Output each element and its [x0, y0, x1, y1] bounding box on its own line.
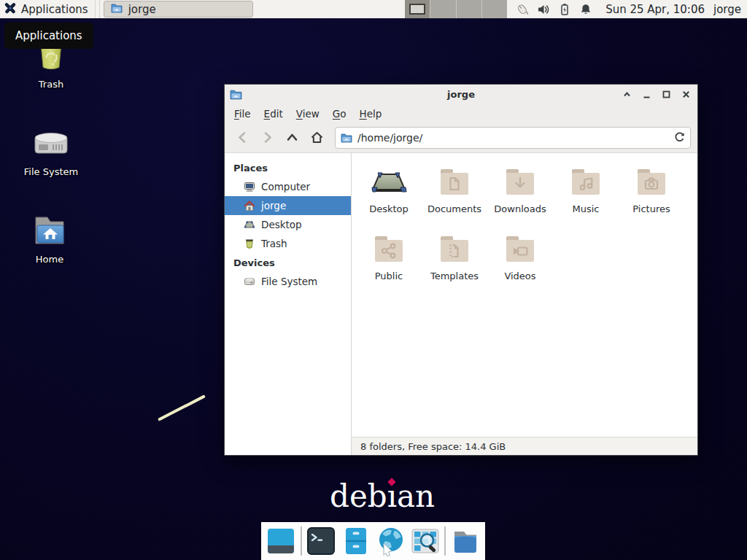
sidebar-header-places: Places	[225, 158, 351, 177]
reload-button[interactable]	[674, 132, 685, 143]
workspace-3[interactable]	[457, 0, 482, 18]
menu-go[interactable]: Go	[326, 106, 353, 121]
file-item-public[interactable]: Public	[356, 228, 422, 295]
file-item-label: Public	[375, 271, 403, 281]
file-item-label: Downloads	[494, 203, 546, 214]
desktop-icon-file-system[interactable]: File System	[16, 122, 86, 177]
menu-label: V	[296, 108, 303, 120]
file-item-label: Templates	[430, 271, 479, 281]
menu-label: o	[340, 108, 346, 120]
taskbar-window-button[interactable]: jorge	[104, 1, 253, 18]
sidebar-item-desktop[interactable]: Desktop	[225, 215, 351, 234]
file-item-videos[interactable]: Videos	[487, 228, 553, 295]
panel-separator	[96, 0, 100, 18]
menubar: File Edit View Go Help	[225, 104, 697, 122]
menu-label: dit	[270, 108, 283, 120]
close-button[interactable]	[679, 88, 692, 101]
menu-view[interactable]: View	[290, 106, 326, 121]
dock-web-browser-button[interactable]	[375, 526, 406, 556]
file-item-pictures[interactable]: Pictures	[619, 160, 684, 228]
pictures-folder-icon	[632, 163, 670, 201]
menu-label: ile	[239, 108, 251, 120]
window-folder-icon	[230, 88, 242, 101]
desktop-icon-label: Trash	[16, 79, 86, 90]
debian-logo-text: an	[397, 478, 435, 514]
applications-menu-button[interactable]: Applications	[0, 0, 96, 18]
file-item-label: Pictures	[632, 203, 670, 214]
home-folder-icon	[28, 210, 71, 251]
sidebar-item-computer[interactable]: Computer	[225, 177, 351, 196]
back-button[interactable]	[231, 127, 253, 149]
sidebar-item-label: File System	[261, 276, 317, 287]
home-button[interactable]	[306, 127, 328, 149]
shade-button[interactable]	[620, 88, 633, 101]
workspace-4[interactable]	[482, 0, 507, 18]
file-item-downloads[interactable]: Downloads	[487, 160, 553, 228]
dock-separator	[301, 526, 302, 556]
menu-label: iew	[303, 108, 320, 120]
tooltip-text: Applications	[15, 29, 82, 42]
up-button[interactable]	[281, 127, 303, 149]
file-item-templates[interactable]: Templates	[422, 228, 487, 295]
hard-drive-icon	[30, 122, 72, 163]
workspace-2[interactable]	[430, 0, 456, 18]
workspace-1[interactable]	[405, 0, 430, 18]
sidebar-item-file-system[interactable]: File System	[225, 272, 351, 291]
window-titlebar[interactable]: jorge	[225, 85, 697, 104]
files-view: Desktop Documents	[352, 153, 697, 437]
sidebar-item-label: jorge	[261, 200, 286, 211]
dock-file-cabinet-button[interactable]	[341, 526, 371, 556]
xfce-applications-icon	[4, 1, 17, 18]
dock-file-manager-button[interactable]	[450, 526, 481, 556]
battery-icon[interactable]	[558, 3, 571, 16]
volume-icon[interactable]	[537, 3, 550, 16]
panel-user-actions[interactable]: jorge	[711, 0, 747, 18]
applications-tooltip: Applications	[4, 23, 93, 49]
dock-panel	[261, 522, 485, 560]
workspace-switcher[interactable]	[405, 0, 507, 18]
file-item-music[interactable]: Music	[553, 160, 619, 228]
panel-clock[interactable]: Sun 25 Apr, 10:06	[600, 0, 711, 18]
system-tray	[507, 0, 600, 18]
file-item-label: Documents	[427, 203, 481, 214]
sidebar-item-trash[interactable]: Trash	[225, 234, 351, 253]
dock-app-finder-button[interactable]	[410, 526, 441, 556]
file-item-documents[interactable]: Documents	[422, 160, 487, 228]
file-item-label: Music	[573, 203, 600, 214]
dock-show-desktop-button[interactable]	[266, 526, 296, 556]
wallpaper-stroke	[158, 394, 206, 421]
username-text: jorge	[713, 3, 741, 16]
forward-button[interactable]	[256, 127, 278, 149]
file-item-label: Videos	[504, 271, 535, 281]
trash-icon	[244, 238, 255, 249]
dock-terminal-button[interactable]	[306, 526, 336, 556]
desktop-icon-label: File System	[16, 166, 86, 177]
path-text: /home/jorge/	[357, 132, 669, 144]
mouse-device-icon[interactable]	[516, 3, 529, 16]
menu-edit[interactable]: Edit	[258, 106, 290, 121]
clock-text: Sun 25 Apr, 10:06	[605, 3, 705, 16]
toolbar: /home/jorge/	[225, 122, 697, 153]
desktop-icon-home[interactable]: Home	[15, 210, 85, 265]
sidebar-header-devices: Devices	[225, 253, 351, 272]
menu-label: elp	[367, 108, 382, 120]
statusbar-text: 8 folders, Free space: 14.4 GiB	[360, 441, 506, 452]
maximize-button[interactable]	[659, 88, 673, 101]
minimize-button[interactable]	[640, 88, 653, 101]
menu-label: H	[360, 108, 367, 120]
menu-file[interactable]: File	[228, 106, 258, 121]
notification-bell-icon[interactable]	[579, 3, 592, 16]
home-icon	[244, 200, 255, 211]
debian-logo: debıan	[330, 478, 435, 514]
sidebar-item-jorge[interactable]: jorge	[225, 196, 351, 215]
menu-help[interactable]: Help	[353, 106, 389, 121]
computer-icon	[244, 181, 255, 192]
file-manager-window: jorge File Edit View Go Help	[224, 84, 698, 456]
desktop-icon-label: Home	[15, 254, 85, 265]
path-bar-input[interactable]: /home/jorge/	[335, 127, 691, 149]
file-item-desktop[interactable]: Desktop	[356, 160, 422, 228]
sidebar-item-label: Trash	[261, 238, 287, 249]
workspace-window-thumb	[409, 4, 425, 15]
menu-label: F	[234, 108, 239, 120]
documents-folder-icon	[436, 163, 473, 201]
